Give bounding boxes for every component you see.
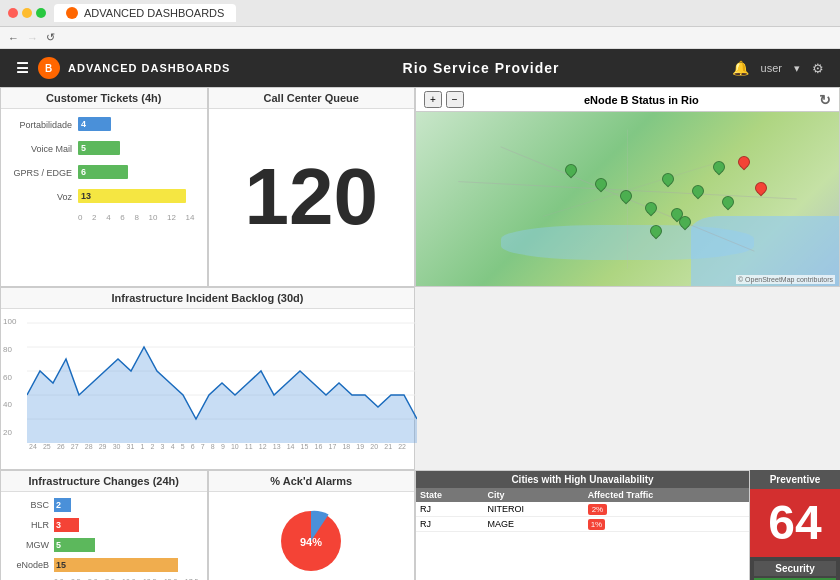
app-brand: ☰ B ADVANCED DASHBOARDS [16,57,230,79]
security-label: Security [756,563,834,574]
security-label-bar: Security [754,561,836,576]
nav-back[interactable]: ← [8,32,19,44]
map-marker-green [619,190,633,208]
traffic-badge: 1% [588,519,606,530]
close-button[interactable] [8,8,18,18]
browser-tab[interactable]: ADVANCED DASHBOARDS [54,4,236,22]
cell-traffic: 2% [584,502,749,517]
cell-traffic: 1% [584,517,749,532]
map-title: + − eNode B Status in Rio ↻ [416,88,839,112]
page-title: Rio Service Provider [403,60,560,76]
cell-state: RJ [416,517,484,532]
bar-container: 3 [54,518,199,532]
bar-container: 15 [54,558,199,572]
cities-table: State City Affected Traffic RJ NITEROI 2… [416,488,749,532]
bar-label: HLR [9,520,54,530]
map-marker-red [754,182,768,200]
bar: 15 [54,558,178,572]
map-marker-green [691,185,705,203]
map-marker-green [678,216,692,234]
preventive-value-panel: 64 [750,489,840,557]
map-marker-green [649,225,663,243]
bar-row-portabilidade: Portabilidade 4 [13,117,195,133]
col-city: City [484,488,584,502]
map-refresh-icon[interactable]: ↻ [819,92,831,108]
map-marker-green [564,164,578,182]
bar-row-voz: Voz 13 [13,189,195,205]
row3: Infrastructure Changes (24h) BSC 2 HLR 3 [0,470,840,580]
map-controls[interactable]: + − [424,91,464,108]
hamburger-icon[interactable]: ☰ [16,60,30,76]
cities-panel: Cities with High Unavailability State Ci… [415,470,750,580]
nav-forward[interactable]: → [27,32,38,44]
incident-backlog-title: Infrastructure Incident Backlog (30d) [1,288,414,309]
preventive-label-bar: Preventive [750,470,840,489]
map-marker-green [644,202,658,220]
chevron-down-icon[interactable]: ▾ [794,62,800,75]
map-background[interactable]: © OpenStreetMap contributors [416,112,839,286]
maximize-button[interactable] [36,8,46,18]
bar-container: 6 [78,165,195,181]
bar: 5 [78,141,120,155]
bar: 6 [78,165,128,179]
map-zoom-out[interactable]: − [446,91,464,108]
table-row: RJ MAGE 1% [416,517,749,532]
bar: 4 [78,117,111,131]
x-axis: 02468101214 [13,213,195,222]
map-attribution: © OpenStreetMap contributors [736,275,835,284]
call-center-title: Call Center Queue [209,88,415,109]
row3-right: Cities with High Unavailability State Ci… [415,470,840,580]
settings-icon[interactable]: ⚙ [812,61,824,76]
bar-label: Voz [13,192,78,202]
cell-state: RJ [416,502,484,517]
cell-city: MAGE [484,517,584,532]
cities-title: Cities with High Unavailability [416,471,749,488]
table-row: RJ NITEROI 2% [416,502,749,517]
pie-center-label: 94% [300,536,322,548]
col-traffic: Affected Traffic [584,488,749,502]
row1-left: Customer Tickets (4h) Portabilidade 4 Vo… [0,87,415,287]
bar: 5 [54,538,95,552]
minimize-button[interactable] [22,8,32,18]
map-panel: + − eNode B Status in Rio ↻ [415,87,840,287]
browser-chrome: ADVANCED DASHBOARDS [0,0,840,27]
bar-container: 13 [78,189,195,205]
customer-tickets-title: Customer Tickets (4h) [1,88,207,109]
x-axis-labels: 2425262728293031123456789101112131415161… [29,443,406,450]
bar-container: 5 [54,538,199,552]
line-chart-svg [27,313,417,443]
alarms-panel: % Ack'd Alarms 94% [208,470,416,580]
tab-label: ADVANCED DASHBOARDS [84,7,224,19]
customer-tickets-panel: Customer Tickets (4h) Portabilidade 4 Vo… [0,87,208,287]
incident-chart: 10080604020 24252627282930311234567 [1,309,414,469]
notification-icon[interactable]: 🔔 [732,60,749,76]
call-center-value: 120 [245,157,378,237]
nav-bar: ← → ↺ [0,27,840,49]
user-label[interactable]: user [761,62,782,74]
bar: 13 [78,189,186,203]
preventive-value: 64 [768,499,821,547]
bar: 3 [54,518,79,532]
bar-container: 5 [78,141,195,157]
alarms-chart: 94% Not Ack'd Ack'd [209,492,415,580]
map-marker-green [594,178,608,196]
security-container: Security 14 [750,557,840,580]
nav-refresh[interactable]: ↺ [46,31,55,44]
bar-row-mgw: MGW 5 [9,538,199,552]
call-center-panel: Call Center Queue 120 [208,87,416,287]
bar-label: Portabilidade [13,120,78,130]
bar: 2 [54,498,71,512]
row3-left: Infrastructure Changes (24h) BSC 2 HLR 3 [0,470,415,580]
pie-chart: 94% [266,496,356,580]
map-title-text: eNode B Status in Rio [584,94,699,106]
map-zoom-in[interactable]: + [424,91,442,108]
bar-row-hlr: HLR 3 [9,518,199,532]
app-name: ADVANCED DASHBOARDS [68,62,230,74]
header-actions: 🔔 user ▾ ⚙ [732,60,824,76]
tab-favicon [66,7,78,19]
bar-label: MGW [9,540,54,550]
bar-container: 4 [78,117,195,133]
bar-label: Voice Mail [13,144,78,154]
bar-row-gprs: GPRS / EDGE 6 [13,165,195,181]
infra-changes-panel: Infrastructure Changes (24h) BSC 2 HLR 3 [0,470,208,580]
